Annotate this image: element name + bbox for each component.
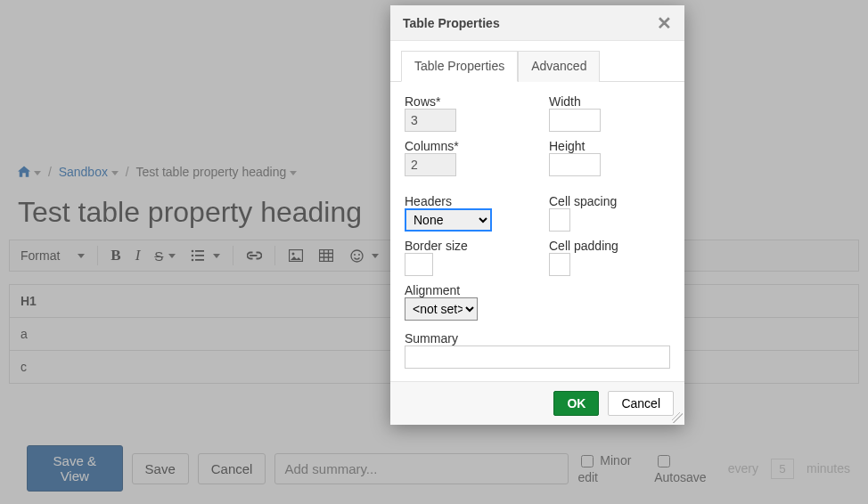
cell-padding-input[interactable] <box>549 253 570 276</box>
width-label: Width <box>549 94 670 109</box>
autosave-label[interactable]: Autosave <box>654 452 716 484</box>
svg-point-9 <box>351 250 363 262</box>
table-button[interactable] <box>313 246 340 265</box>
rows-input <box>405 109 456 132</box>
summary-label: Summary <box>405 331 670 345</box>
svg-point-11 <box>358 254 360 256</box>
minor-edit-checkbox[interactable] <box>581 455 594 467</box>
svg-point-7 <box>292 253 295 256</box>
italic-button[interactable]: I <box>130 245 146 266</box>
summary-input[interactable] <box>274 453 569 484</box>
toolbar-separator <box>97 246 98 265</box>
svg-rect-1 <box>195 250 204 252</box>
minor-edit-label[interactable]: Minor edit <box>577 452 642 484</box>
dialog-cancel-button[interactable]: Cancel <box>608 391 674 416</box>
sandbox-dropdown-caret[interactable] <box>111 171 119 175</box>
close-icon[interactable]: ✕ <box>657 14 672 32</box>
headers-label: Headers <box>405 194 526 208</box>
table-properties-dialog: Table Properties ✕ Table Properties Adva… <box>390 5 684 425</box>
svg-rect-8 <box>320 250 333 262</box>
border-size-label: Border size <box>405 239 526 253</box>
table-cell[interactable]: a <box>10 318 435 351</box>
save-button[interactable]: Save <box>132 453 189 484</box>
alignment-label: Alignment <box>405 283 526 297</box>
link-button[interactable] <box>241 246 267 265</box>
table-header-cell[interactable]: H1 <box>10 285 435 318</box>
columns-input <box>405 153 456 176</box>
list-button[interactable] <box>184 246 225 265</box>
strike-button[interactable]: S <box>149 247 181 265</box>
cancel-button[interactable]: Cancel <box>198 453 266 484</box>
dialog-tabs: Table Properties Advanced <box>390 41 684 82</box>
height-label: Height <box>549 139 670 153</box>
svg-point-4 <box>192 259 194 262</box>
svg-rect-3 <box>195 255 204 256</box>
height-input[interactable] <box>549 153 601 176</box>
summary-field-input[interactable] <box>405 345 670 369</box>
svg-point-10 <box>354 254 356 256</box>
format-caret[interactable] <box>69 252 90 260</box>
image-button[interactable] <box>283 246 309 265</box>
rows-label: Rows* <box>405 94 526 109</box>
alignment-select[interactable]: <not set> <box>405 297 478 321</box>
breadcrumb-current: Test table property heading <box>135 165 286 179</box>
emoji-button[interactable] <box>343 246 384 265</box>
columns-label: Columns* <box>405 139 526 153</box>
width-input[interactable] <box>549 109 601 132</box>
save-view-button[interactable]: Save & View <box>27 445 123 492</box>
toolbar-separator <box>233 246 233 265</box>
cell-padding-label: Cell padding <box>549 239 670 253</box>
autosave-every-label: every <box>728 461 758 476</box>
autosave-minutes-label: minutes <box>807 461 850 476</box>
cell-spacing-label: Cell spacing <box>549 194 670 208</box>
format-dropdown[interactable]: Format <box>15 247 65 264</box>
resize-handle-icon[interactable] <box>672 412 683 423</box>
svg-rect-5 <box>195 259 204 261</box>
border-size-input[interactable] <box>405 253 433 276</box>
toolbar-separator <box>274 246 275 265</box>
footer-bar: Save & View Save Cancel Minor edit Autos… <box>0 433 868 504</box>
tab-table-properties[interactable]: Table Properties <box>401 51 518 82</box>
home-icon[interactable] <box>18 159 30 186</box>
ok-button[interactable]: OK <box>553 391 599 416</box>
bold-button[interactable]: B <box>105 245 126 266</box>
format-label: Format <box>20 248 60 263</box>
dialog-header[interactable]: Table Properties ✕ <box>390 5 684 41</box>
autosave-checkbox[interactable] <box>658 455 670 467</box>
table-cell[interactable]: c <box>10 351 435 384</box>
page-dropdown-caret[interactable] <box>290 171 297 175</box>
tab-advanced[interactable]: Advanced <box>518 51 600 82</box>
headers-select[interactable]: None <box>405 208 492 232</box>
cell-spacing-input[interactable] <box>549 208 570 232</box>
home-dropdown-caret[interactable] <box>34 171 41 175</box>
breadcrumb-separator: / <box>48 165 52 179</box>
dialog-title: Table Properties <box>403 16 500 30</box>
svg-point-0 <box>192 250 194 253</box>
dialog-footer: OK Cancel <box>390 381 684 425</box>
breadcrumb-sandbox-link[interactable]: Sandbox <box>59 165 108 179</box>
autosave-interval-input[interactable] <box>771 459 794 479</box>
svg-point-2 <box>192 255 194 257</box>
breadcrumb-separator: / <box>126 165 129 179</box>
